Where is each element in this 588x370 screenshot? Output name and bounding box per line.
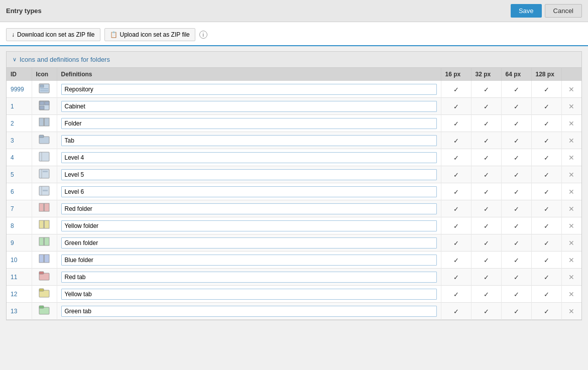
row-id: 8 bbox=[7, 217, 32, 234]
check-icon: ✓ bbox=[514, 188, 519, 196]
row-icon bbox=[32, 98, 57, 115]
check-icon: ✓ bbox=[484, 291, 489, 298]
row-id: 6 bbox=[7, 183, 32, 200]
page-title: Entry types bbox=[6, 7, 42, 15]
table-row: 11 ✓ ✓ ✓ ✓ ✕ bbox=[7, 269, 581, 286]
delete-cell[interactable]: ✕ bbox=[561, 286, 581, 303]
cancel-button[interactable]: Cancel bbox=[545, 4, 582, 18]
table-row: 1 ✓ ✓ ✓ ✓ ✕ bbox=[7, 98, 581, 115]
col-16px: 16 px bbox=[441, 68, 471, 81]
col-icon: Icon bbox=[32, 68, 57, 81]
delete-cell[interactable]: ✕ bbox=[561, 149, 581, 166]
row-definition[interactable] bbox=[57, 183, 441, 200]
delete-icon[interactable]: ✕ bbox=[568, 102, 574, 110]
check-icon: ✓ bbox=[544, 137, 549, 145]
delete-cell[interactable]: ✕ bbox=[561, 269, 581, 286]
chevron-icon: ∨ bbox=[13, 56, 17, 63]
table-row: 9999 ✓ ✓ ✓ ✓ ✕ bbox=[7, 81, 581, 98]
check-32px: ✓ bbox=[471, 269, 501, 286]
check-icon: ✓ bbox=[484, 188, 489, 196]
download-button[interactable]: ↓ Download icon set as ZIP file bbox=[6, 28, 100, 41]
check-icon: ✓ bbox=[544, 86, 549, 93]
section-header[interactable]: ∨ Icons and definitions for folders bbox=[7, 52, 581, 68]
check-icon: ✓ bbox=[514, 171, 519, 179]
delete-cell[interactable]: ✕ bbox=[561, 252, 581, 269]
row-definition[interactable] bbox=[57, 132, 441, 149]
save-button[interactable]: Save bbox=[511, 4, 542, 18]
upload-icon: 📋 bbox=[110, 31, 117, 38]
delete-cell[interactable]: ✕ bbox=[561, 200, 581, 217]
delete-icon[interactable]: ✕ bbox=[568, 273, 574, 281]
row-definition[interactable] bbox=[57, 115, 441, 132]
upload-button[interactable]: 📋 Upload icon set as ZIP file bbox=[104, 28, 195, 41]
delete-cell[interactable]: ✕ bbox=[561, 81, 581, 98]
definition-input[interactable] bbox=[61, 237, 437, 249]
delete-cell[interactable]: ✕ bbox=[561, 132, 581, 149]
check-128px: ✓ bbox=[531, 252, 561, 269]
definition-input[interactable] bbox=[61, 152, 437, 163]
delete-icon[interactable]: ✕ bbox=[568, 85, 574, 93]
delete-icon[interactable]: ✕ bbox=[568, 256, 574, 264]
definition-input[interactable] bbox=[61, 220, 437, 231]
definition-input[interactable] bbox=[61, 306, 437, 317]
delete-cell[interactable]: ✕ bbox=[561, 183, 581, 200]
delete-icon[interactable]: ✕ bbox=[568, 171, 574, 179]
check-16px: ✓ bbox=[441, 183, 471, 200]
definition-input[interactable] bbox=[61, 118, 437, 129]
check-32px: ✓ bbox=[471, 149, 501, 166]
row-icon bbox=[32, 217, 57, 234]
check-icon: ✓ bbox=[453, 308, 459, 315]
delete-icon[interactable]: ✕ bbox=[568, 307, 574, 315]
check-32px: ✓ bbox=[471, 200, 501, 217]
row-definition[interactable] bbox=[57, 303, 441, 320]
check-128px: ✓ bbox=[531, 115, 561, 132]
definition-input[interactable] bbox=[61, 289, 437, 300]
check-128px: ✓ bbox=[531, 98, 561, 115]
check-icon: ✓ bbox=[453, 291, 459, 298]
delete-icon[interactable]: ✕ bbox=[568, 154, 574, 162]
delete-icon[interactable]: ✕ bbox=[568, 290, 574, 298]
check-icon: ✓ bbox=[544, 120, 549, 128]
check-64px: ✓ bbox=[501, 132, 531, 149]
definition-input[interactable] bbox=[61, 186, 437, 197]
delete-cell[interactable]: ✕ bbox=[561, 115, 581, 132]
row-definition[interactable] bbox=[57, 217, 441, 234]
row-definition[interactable] bbox=[57, 81, 441, 98]
svg-rect-24 bbox=[39, 220, 44, 228]
delete-cell[interactable]: ✕ bbox=[561, 166, 581, 183]
row-definition[interactable] bbox=[57, 234, 441, 252]
check-32px: ✓ bbox=[471, 217, 501, 234]
definition-input[interactable] bbox=[61, 203, 437, 214]
definition-input[interactable] bbox=[61, 255, 437, 266]
table-row: 4 ✓ ✓ ✓ ✓ ✕ bbox=[7, 149, 581, 166]
delete-icon[interactable]: ✕ bbox=[568, 119, 574, 128]
row-definition[interactable] bbox=[57, 98, 441, 115]
delete-icon[interactable]: ✕ bbox=[568, 222, 574, 230]
check-128px: ✓ bbox=[531, 81, 561, 98]
delete-icon[interactable]: ✕ bbox=[568, 137, 574, 145]
check-icon: ✓ bbox=[453, 257, 459, 264]
delete-icon[interactable]: ✕ bbox=[568, 239, 574, 247]
row-definition[interactable] bbox=[57, 286, 441, 303]
delete-icon[interactable]: ✕ bbox=[568, 188, 574, 196]
col-64px: 64 px bbox=[501, 68, 531, 81]
definition-input[interactable] bbox=[61, 135, 437, 146]
delete-cell[interactable]: ✕ bbox=[561, 303, 581, 320]
check-16px: ✓ bbox=[441, 303, 471, 320]
row-definition[interactable] bbox=[57, 200, 441, 217]
definition-input[interactable] bbox=[61, 272, 437, 283]
svg-rect-36 bbox=[39, 289, 44, 291]
row-id: 1 bbox=[7, 98, 32, 115]
delete-cell[interactable]: ✕ bbox=[561, 98, 581, 115]
definition-input[interactable] bbox=[61, 101, 437, 112]
delete-cell[interactable]: ✕ bbox=[561, 217, 581, 234]
row-definition[interactable] bbox=[57, 252, 441, 269]
definition-input[interactable] bbox=[61, 84, 437, 95]
delete-icon[interactable]: ✕ bbox=[568, 205, 574, 213]
row-definition[interactable] bbox=[57, 166, 441, 183]
info-icon[interactable]: i bbox=[199, 31, 207, 39]
definition-input[interactable] bbox=[61, 169, 437, 180]
row-definition[interactable] bbox=[57, 269, 441, 286]
delete-cell[interactable]: ✕ bbox=[561, 234, 581, 252]
row-definition[interactable] bbox=[57, 149, 441, 166]
